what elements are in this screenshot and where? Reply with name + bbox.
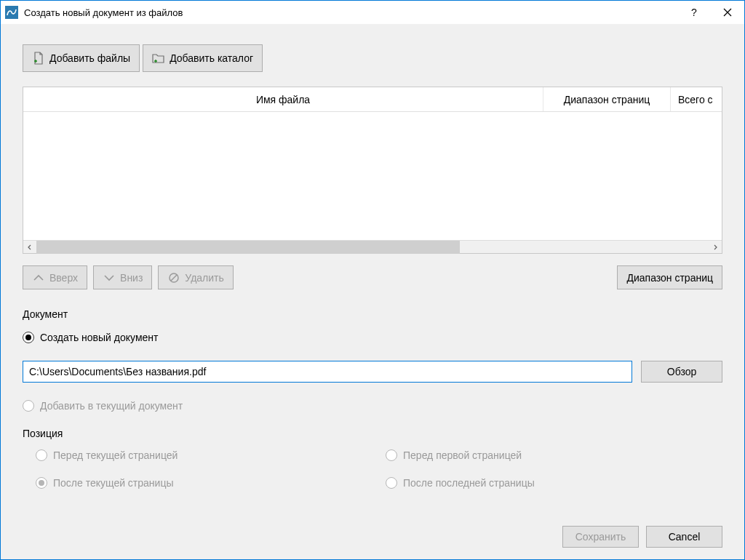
radio-after-current-label: После текущей страницы — [53, 477, 174, 489]
radio-icon — [23, 400, 34, 412]
radio-icon — [386, 477, 397, 489]
radio-icon — [36, 449, 47, 461]
column-filename[interactable]: Имя файла — [23, 87, 543, 111]
add-folder-label: Добавить каталог — [170, 52, 253, 64]
dialog-footer: Сохранить Cancel — [23, 511, 722, 548]
move-up-button[interactable]: Вверх — [23, 265, 87, 289]
delete-label: Удалить — [185, 272, 223, 284]
add-folder-icon — [152, 52, 165, 65]
radio-add-to-current-label: Добавить в текущий документ — [40, 400, 183, 412]
svg-text:?: ? — [691, 7, 697, 18]
radio-icon — [23, 332, 34, 343]
move-down-label: Вниз — [120, 272, 143, 284]
scroll-left-icon[interactable] — [23, 241, 36, 254]
position-section-label: Позиция — [23, 428, 722, 439]
radio-create-new-label: Создать новый документ — [40, 332, 158, 343]
chevron-down-icon — [103, 271, 116, 284]
move-down-button[interactable]: Вниз — [93, 265, 152, 289]
dialog-content: Добавить файлы Добавить каталог Имя файл… — [1, 24, 744, 559]
output-path-input[interactable] — [23, 361, 632, 383]
radio-icon — [36, 477, 47, 489]
prohibit-icon — [167, 271, 180, 284]
position-options: Перед текущей страницей После текущей ст… — [23, 445, 722, 493]
radio-create-new[interactable]: Создать новый документ — [23, 332, 722, 343]
move-up-label: Вверх — [49, 272, 78, 284]
window-title: Создать новый документ из файлов — [24, 7, 677, 18]
horizontal-scrollbar[interactable] — [23, 240, 722, 253]
column-page-range[interactable]: Диапазон страниц — [543, 87, 671, 111]
add-toolbar: Добавить файлы Добавить каталог — [23, 24, 722, 87]
chevron-up-icon — [32, 271, 45, 284]
radio-before-first[interactable]: Перед первой страницей — [386, 449, 722, 461]
file-grid: Имя файла Диапазон страниц Всего с — [23, 87, 722, 254]
document-section-label: Документ — [23, 308, 722, 320]
page-range-button[interactable]: Диапазон страниц — [617, 265, 722, 289]
radio-before-current[interactable]: Перед текущей страницей — [36, 449, 372, 461]
scroll-track[interactable] — [36, 241, 709, 254]
save-button[interactable]: Сохранить — [562, 526, 639, 548]
browse-button[interactable]: Обзор — [641, 361, 722, 383]
radio-after-current[interactable]: После текущей страницы — [36, 477, 372, 489]
radio-before-first-label: Перед первой страницей — [403, 449, 522, 461]
add-files-label: Добавить файлы — [49, 52, 130, 64]
grid-body — [23, 112, 722, 240]
help-button[interactable]: ? — [677, 1, 711, 24]
title-bar: Создать новый документ из файлов ? — [1, 1, 744, 24]
cancel-button[interactable]: Cancel — [646, 526, 722, 548]
add-folder-button[interactable]: Добавить каталог — [143, 44, 263, 72]
app-icon — [5, 6, 18, 19]
scroll-thumb[interactable] — [36, 241, 460, 254]
save-label: Сохранить — [575, 531, 626, 543]
page-range-label: Диапазон страниц — [626, 272, 713, 284]
radio-before-current-label: Перед текущей страницей — [53, 449, 178, 461]
close-button[interactable] — [711, 1, 744, 24]
column-total[interactable]: Всего с — [671, 87, 722, 111]
radio-icon — [386, 449, 397, 461]
row-actions: Вверх Вниз Удалить Диапазон страниц — [23, 265, 722, 289]
add-file-icon — [32, 52, 45, 65]
browse-label: Обзор — [667, 366, 696, 377]
radio-after-last[interactable]: После последней страницы — [386, 477, 722, 489]
radio-after-last-label: После последней страницы — [403, 477, 535, 489]
cancel-label: Cancel — [669, 531, 701, 543]
path-row: Обзор — [23, 361, 722, 383]
radio-add-to-current[interactable]: Добавить в текущий документ — [23, 400, 722, 412]
delete-button[interactable]: Удалить — [158, 265, 233, 289]
grid-header: Имя файла Диапазон страниц Всего с — [23, 87, 722, 112]
scroll-right-icon[interactable] — [709, 241, 722, 254]
add-files-button[interactable]: Добавить файлы — [23, 44, 140, 72]
